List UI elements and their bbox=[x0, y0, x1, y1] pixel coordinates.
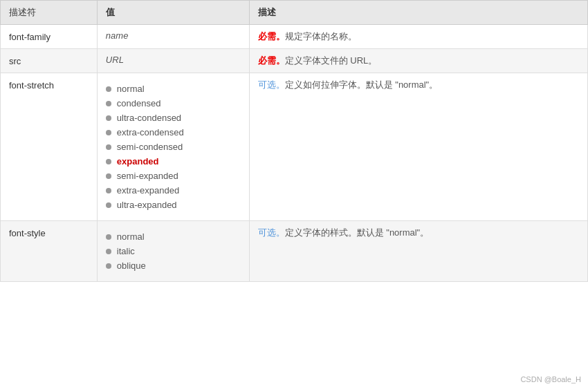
property-cell: font-stretch bbox=[1, 73, 98, 221]
list-item: condensed bbox=[106, 96, 241, 111]
value-cell: URL bbox=[97, 49, 249, 73]
list-item-text: ultra-expanded bbox=[117, 200, 177, 210]
bullet-icon bbox=[106, 234, 111, 240]
list-item: semi-expanded bbox=[106, 169, 241, 183]
table-row: font-stretchnormalcondensedultra-condens… bbox=[1, 73, 588, 221]
table-container: 描述符 值 描述 font-familyname必需。规定字体的名称。srcUR… bbox=[0, 0, 588, 389]
list-item-text: extra-condensed bbox=[117, 127, 184, 137]
bullet-icon bbox=[106, 130, 111, 135]
list-item: semi-condensed bbox=[106, 140, 241, 154]
value-cell: normalcondensedultra-condensedextra-cond… bbox=[97, 73, 249, 221]
table-row: font-familyname必需。规定字体的名称。 bbox=[1, 25, 588, 49]
list-item: expanded bbox=[106, 154, 241, 169]
optional-label: 可选。 bbox=[258, 227, 285, 238]
list-item-text: expanded bbox=[117, 156, 159, 167]
list-item: normal bbox=[106, 229, 241, 244]
desc-text: 定义字体文件的 URL。 bbox=[285, 55, 378, 66]
table-row: srcURL必需。定义字体文件的 URL。 bbox=[1, 49, 588, 73]
desc-cell: 必需。定义字体文件的 URL。 bbox=[249, 49, 587, 73]
header-descriptor: 描述符 bbox=[1, 1, 98, 25]
value-simple-text: name bbox=[106, 30, 129, 41]
list-item-text: normal bbox=[117, 231, 145, 242]
desc-text: 定义字体的样式。默认是 "normal"。 bbox=[285, 227, 430, 238]
bullet-icon bbox=[106, 144, 111, 150]
value-simple-text: URL bbox=[106, 55, 124, 65]
bullet-icon bbox=[106, 115, 111, 121]
property-cell: font-family bbox=[1, 25, 98, 49]
header-desc: 描述 bbox=[249, 1, 587, 25]
list-item: ultra-expanded bbox=[106, 198, 241, 212]
list-item: normal bbox=[106, 82, 241, 96]
table-header-row: 描述符 值 描述 bbox=[1, 1, 588, 25]
property-cell: src bbox=[1, 49, 98, 73]
list-item: extra-condensed bbox=[106, 125, 241, 140]
value-list: normalitalicoblique bbox=[106, 227, 241, 276]
desc-text: 规定字体的名称。 bbox=[285, 31, 357, 41]
property-table: 描述符 值 描述 font-familyname必需。规定字体的名称。srcUR… bbox=[0, 0, 588, 282]
value-cell: normalitalicoblique bbox=[97, 221, 249, 282]
list-item: extra-expanded bbox=[106, 183, 241, 198]
list-item: oblique bbox=[106, 258, 241, 273]
list-item-text: semi-expanded bbox=[117, 171, 178, 181]
list-item-text: semi-condensed bbox=[117, 142, 183, 152]
list-item-text: extra-expanded bbox=[117, 185, 179, 196]
desc-text: 定义如何拉伸字体。默认是 "normal"。 bbox=[285, 79, 439, 90]
list-item-text: normal bbox=[117, 84, 145, 94]
table-row: font-stylenormalitalicoblique可选。定义字体的样式。… bbox=[1, 221, 588, 282]
list-item-text: ultra-condensed bbox=[117, 113, 181, 123]
required-label: 必需。 bbox=[258, 55, 285, 66]
value-list: normalcondensedultra-condensedextra-cond… bbox=[106, 79, 241, 215]
list-item: italic bbox=[106, 244, 241, 258]
list-item-text: condensed bbox=[117, 98, 161, 108]
bullet-icon bbox=[106, 101, 111, 106]
optional-label: 可选。 bbox=[258, 79, 285, 90]
bullet-icon bbox=[106, 173, 111, 179]
bullet-icon bbox=[106, 159, 111, 164]
bullet-icon bbox=[106, 263, 111, 269]
header-value: 值 bbox=[97, 1, 249, 25]
desc-cell: 可选。定义如何拉伸字体。默认是 "normal"。 bbox=[249, 73, 587, 221]
list-item: ultra-condensed bbox=[106, 111, 241, 125]
watermark-text: CSDN @Boale_H bbox=[520, 375, 581, 383]
list-item-text: italic bbox=[117, 246, 135, 256]
list-item-text: oblique bbox=[117, 260, 146, 271]
desc-cell: 可选。定义字体的样式。默认是 "normal"。 bbox=[249, 221, 587, 282]
property-cell: font-style bbox=[1, 221, 98, 282]
bullet-icon bbox=[106, 188, 111, 193]
desc-cell: 必需。规定字体的名称。 bbox=[249, 25, 587, 49]
bullet-icon bbox=[106, 249, 111, 254]
required-label: 必需。 bbox=[258, 31, 285, 41]
value-cell: name bbox=[97, 25, 249, 49]
bullet-icon bbox=[106, 86, 111, 92]
bullet-icon bbox=[106, 202, 111, 208]
